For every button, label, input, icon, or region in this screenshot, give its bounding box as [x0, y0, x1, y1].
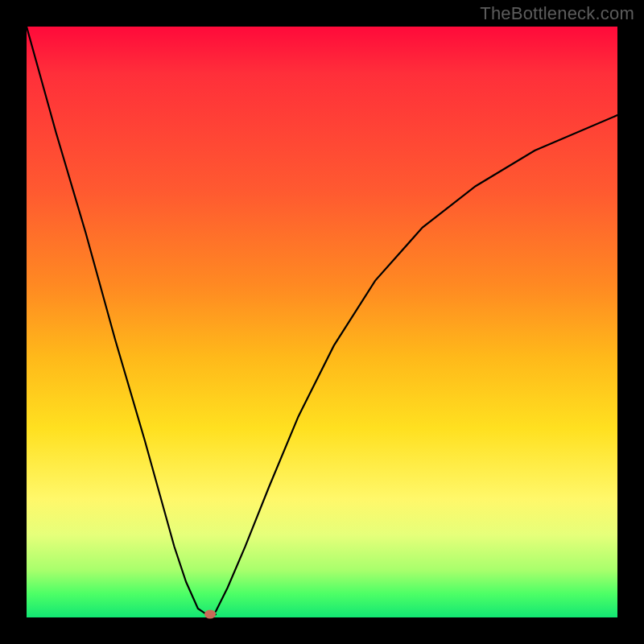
- curve-left-branch: [27, 27, 207, 614]
- chart-frame: TheBottleneck.com: [0, 0, 644, 644]
- watermark-text: TheBottleneck.com: [480, 3, 634, 24]
- bottleneck-curve: [27, 27, 617, 617]
- minimum-marker: [204, 610, 216, 619]
- curve-right-branch: [216, 115, 617, 612]
- plot-area: [27, 27, 617, 617]
